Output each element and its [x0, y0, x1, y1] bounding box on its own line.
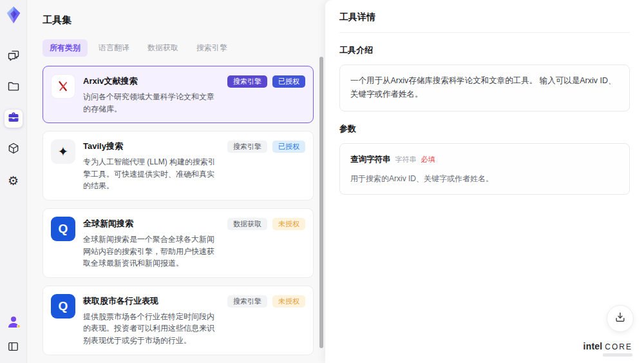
tool-card-list: Arxiv文献搜索 访问各个研究领域大量科学论文和文章的存储库。 搜索引擎 已授…: [43, 66, 314, 363]
sidebar-item-files[interactable]: [5, 79, 23, 97]
gear-icon: ⚙: [8, 175, 19, 187]
tool-name: Arxiv文献搜索: [83, 75, 220, 87]
core-wordmark: CORE: [605, 342, 632, 351]
app-window: ⚙: [0, 0, 644, 363]
tool-intro-text: 一个用于从Arxiv存储库搜索科学论文和文章的工具。 输入可以是Arxiv ID…: [350, 76, 616, 99]
tool-description: 提供股票市场各个行业在特定时间段内的表现。投资者可以利用这些信息来识别表现优于或…: [83, 311, 220, 347]
tool-description: 专为人工智能代理 (LLM) 构建的搜索引擎工具。可快速提供实时、准确和真实的结…: [83, 156, 220, 192]
auth-badge: 已授权: [272, 75, 305, 88]
tool-detail-panel: 工具详情 工具介绍 一个用于从Arxiv存储库搜索科学论文和文章的工具。 输入可…: [325, 0, 644, 363]
tavily-star-icon: ✦: [51, 139, 75, 164]
toolbox-icon: [7, 111, 20, 126]
panel-collapse-icon: [7, 340, 19, 355]
sidebar-item-tools[interactable]: [5, 110, 23, 128]
tool-description: 访问各个研究领域大量科学论文和文章的存储库。: [83, 91, 220, 115]
param-description: 用于搜索的Arxiv ID、关键字或作者姓名。: [350, 172, 619, 185]
tool-name: 全球新闻搜索: [83, 218, 220, 230]
cube-icon: [7, 142, 20, 157]
tab-data-fetch[interactable]: 数据获取: [140, 39, 185, 57]
category-badge: 搜索引擎: [227, 141, 267, 153]
tool-name: Tavily搜索: [83, 141, 220, 152]
category-tabs: 所有类别 语言翻译 数据获取 搜索引擎: [43, 39, 314, 57]
sidebar-item-plugins[interactable]: [5, 141, 23, 159]
intel-wordmark: intel: [583, 341, 603, 351]
download-button[interactable]: [607, 305, 634, 332]
param-name: 查询字符串: [350, 153, 391, 166]
tool-card-arxiv[interactable]: Arxiv文献搜索 访问各个研究领域大量科学论文和文章的存储库。 搜索引擎 已授…: [43, 66, 314, 123]
param-required-badge: 必填: [421, 153, 435, 166]
tool-name: 获取股市各行业表现: [83, 295, 220, 307]
blue-q-icon: Q: [51, 294, 75, 319]
auth-badge: 未授权: [272, 218, 305, 230]
tab-translation[interactable]: 语言翻译: [91, 39, 137, 57]
folder-icon: [7, 80, 20, 95]
detail-title: 工具详情: [339, 12, 630, 33]
intro-heading: 工具介绍: [339, 44, 630, 56]
tool-list-panel: 工具集 所有类别 语言翻译 数据获取 搜索引擎 Arxiv文献搜索 访问各个研究…: [27, 0, 325, 363]
download-icon: [614, 311, 627, 326]
auth-badge: 已授权: [272, 141, 305, 153]
page-title: 工具集: [43, 14, 314, 26]
auth-badge: 未授权: [272, 295, 305, 308]
tool-card-sector-performance[interactable]: Q 获取股市各行业表现 提供股票市场各个行业在特定时间段内的表现。投资者可以利用…: [43, 286, 314, 355]
tab-all-categories[interactable]: 所有类别: [43, 39, 88, 57]
tool-description: 全球新闻搜索是一个聚合全球各大新闻网站内容的搜索引擎，帮助用户快速获取全球最新资…: [83, 233, 220, 270]
sidebar-item-chat[interactable]: [5, 48, 23, 66]
arxiv-icon: [51, 74, 75, 99]
param-box: 查询字符串 字符串 必填 用于搜索的Arxiv ID、关键字或作者姓名。: [339, 143, 630, 195]
app-logo-icon: [4, 5, 23, 25]
category-badge: 搜索引擎: [227, 295, 267, 308]
blue-q-icon: Q: [51, 217, 75, 241]
intel-sub-badge: [603, 353, 632, 357]
category-badge: 搜索引擎: [227, 75, 267, 88]
sidebar-item-account[interactable]: [5, 313, 23, 331]
chat-icon: [7, 49, 20, 64]
intel-core-logo: intel CORE: [583, 341, 632, 357]
tab-search-engine[interactable]: 搜索引擎: [189, 39, 234, 57]
avatar-icon: [6, 314, 21, 329]
tool-intro-box: 一个用于从Arxiv存储库搜索科学论文和文章的工具。 输入可以是Arxiv ID…: [339, 64, 630, 112]
tool-card-global-news[interactable]: Q 全球新闻搜索 全球新闻搜索是一个聚合全球各大新闻网站内容的搜索引擎，帮助用户…: [43, 208, 314, 278]
icon-sidebar: ⚙: [0, 0, 27, 363]
sidebar-collapse-button[interactable]: [5, 338, 23, 357]
list-scrollbar[interactable]: [319, 57, 323, 348]
param-type: 字符串: [395, 153, 417, 166]
sidebar-item-settings[interactable]: ⚙: [5, 172, 23, 190]
tool-card-tavily[interactable]: ✦ Tavily搜索 专为人工智能代理 (LLM) 构建的搜索引擎工具。可快速提…: [43, 131, 314, 201]
category-badge: 数据获取: [227, 218, 267, 230]
params-heading: 参数: [339, 123, 630, 135]
status-dot: [17, 324, 21, 328]
